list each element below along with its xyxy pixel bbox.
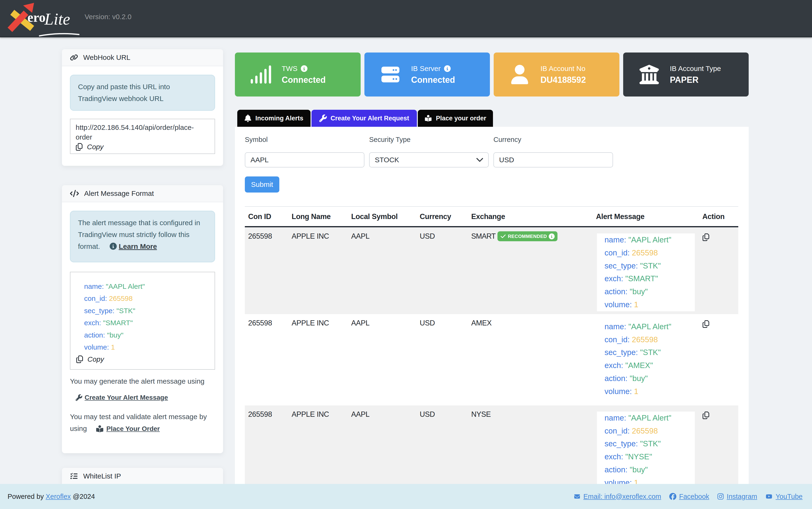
svg-text:Lite: Lite [44,10,70,28]
svg-text:ero: ero [27,10,46,25]
